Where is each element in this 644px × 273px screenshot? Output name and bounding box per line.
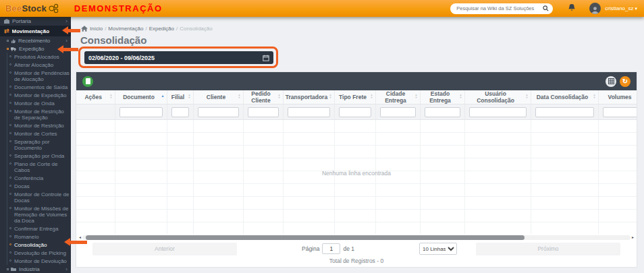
scrollbar-track[interactable] (82, 235, 630, 240)
filter-input[interactable] (380, 107, 416, 117)
table-cell (167, 158, 193, 171)
sidebar-item[interactable]: Separação por Onda (7, 152, 71, 160)
sidebar-item[interactable]: Conferência (7, 174, 71, 182)
sidebar-item[interactable]: Monitor de Restrição (7, 121, 71, 129)
filter-input[interactable] (425, 107, 460, 117)
column-header[interactable]: Estado Entrega (420, 90, 464, 104)
table-cell (167, 133, 193, 146)
scroll-left-icon[interactable] (78, 234, 82, 241)
table-cell (531, 210, 598, 222)
sort-icon[interactable] (593, 94, 596, 99)
sidebar-item[interactable]: Romaneio (7, 233, 71, 241)
sidebar-item[interactable]: Monitor de Restrição de Separação (7, 107, 71, 121)
breadcrumb-link[interactable]: Movimentação (108, 26, 143, 32)
column-header[interactable]: Cidade Entrega (375, 90, 420, 104)
horizontal-scrollbar[interactable] (76, 234, 637, 241)
column-header[interactable]: Filial (167, 90, 193, 104)
sidebar-item[interactable]: Monitor de Controle de Docas (7, 190, 71, 204)
filter-input[interactable] (288, 107, 330, 117)
filter-cell (115, 104, 167, 120)
breadcrumb-link[interactable]: Início (90, 26, 103, 32)
sidebar-item[interactable]: Plano de Corte de Cabos (7, 160, 71, 174)
sidebar-item[interactable]: Separação por Documento (7, 138, 71, 152)
previous-button[interactable]: Anterior (92, 243, 237, 255)
filter-cell (283, 104, 334, 120)
sidebar-item[interactable]: Devolução de Picking (7, 249, 71, 257)
sidebar-item-consolidacao[interactable]: Consolidação (7, 241, 71, 249)
column-header[interactable]: Ações (76, 90, 115, 104)
filter-cell (76, 104, 115, 120)
refresh-button[interactable] (620, 76, 630, 87)
filter-input[interactable] (603, 107, 637, 117)
sidebar-item-expedicao[interactable]: Expedição (0, 44, 71, 53)
sidebar-item[interactable]: Docas (7, 182, 71, 190)
sidebar-item-recebimento[interactable]: Recebimento (0, 36, 71, 44)
sort-asc-icon[interactable] (161, 94, 165, 97)
sort-icon[interactable] (371, 94, 373, 99)
table-cell (598, 120, 637, 133)
sidebar-item[interactable]: Monitor de Onda (7, 99, 71, 107)
wiki-search[interactable] (450, 3, 553, 14)
scroll-right-icon[interactable] (630, 234, 635, 241)
filter-input[interactable] (198, 107, 239, 117)
sidebar-item[interactable]: Monitor de Missões de Remoção de Volumes… (7, 204, 71, 224)
sidebar-item-portaria[interactable]: Portaria (0, 17, 71, 26)
column-header[interactable]: Data Consolidação (531, 90, 598, 104)
bullet-icon (9, 227, 11, 229)
scrollbar-thumb[interactable] (86, 235, 525, 240)
sidebar-item[interactable]: Monitor de Expedição (7, 91, 71, 99)
column-header[interactable]: Transportadora (283, 90, 334, 104)
sort-icon[interactable] (110, 94, 113, 99)
calendar-icon[interactable] (263, 55, 269, 61)
column-header[interactable]: Documento (115, 90, 167, 104)
rows-per-page-select[interactable]: 10 Linhas (419, 243, 457, 255)
filter-input[interactable] (171, 107, 189, 117)
column-chooser-button[interactable] (606, 76, 616, 87)
column-header[interactable]: Volumes (598, 90, 637, 104)
breadcrumb: Início / Movimentação / Expedição / Cons… (81, 26, 213, 32)
date-range-field[interactable] (84, 51, 273, 64)
sort-icon[interactable] (188, 94, 191, 99)
table-cell (167, 146, 193, 158)
date-range-input[interactable] (88, 55, 263, 61)
sort-icon[interactable] (526, 94, 529, 99)
filter-input[interactable] (535, 107, 594, 117)
sort-icon[interactable] (329, 94, 332, 99)
column-header[interactable]: Tipo Frete (334, 90, 375, 104)
bullet-icon (9, 193, 11, 195)
breadcrumb-link[interactable]: Expedição (149, 26, 174, 32)
search-input[interactable] (456, 5, 543, 11)
sidebar-item[interactable]: Confirmar Entrega (7, 224, 71, 233)
page-input[interactable] (322, 243, 340, 254)
filter-input[interactable] (248, 107, 279, 117)
sort-icon[interactable] (415, 94, 418, 99)
column-header[interactable]: Usuário Consolidação (464, 90, 531, 104)
filter-cell (243, 104, 283, 120)
gate-icon (4, 19, 9, 24)
sidebar-item[interactable]: Monitor de Devolução (7, 257, 71, 265)
sort-icon[interactable] (238, 94, 241, 99)
column-header[interactable]: Cliente (193, 90, 243, 104)
sidebar-item-industria[interactable]: Indústria (0, 265, 71, 273)
sidebar-item[interactable]: Monitor de Cortes (7, 129, 71, 138)
sidebar-item[interactable]: Produtos Alocados (7, 53, 71, 61)
next-button[interactable]: Próximo (476, 243, 620, 255)
avatar[interactable] (589, 3, 601, 14)
filter-input[interactable] (469, 107, 527, 117)
filter-input[interactable] (119, 107, 163, 117)
sidebar-item[interactable]: Documentos de Saída (7, 83, 71, 91)
sidebar-item[interactable]: Alterar Alocação (7, 61, 71, 69)
notifications-button[interactable] (568, 3, 576, 15)
column-header[interactable]: Pedido Cliente (243, 90, 283, 104)
username[interactable]: cristiano_sz (605, 5, 633, 11)
sort-icon[interactable] (460, 94, 462, 99)
table-row (76, 120, 637, 133)
table-cell (420, 133, 464, 146)
table-cell (115, 158, 167, 171)
excel-export-button[interactable] (82, 76, 93, 87)
sidebar-item[interactable]: Monitor de Pendências de Alocação (7, 69, 71, 83)
filter-input[interactable] (339, 107, 371, 117)
logo-text-bee: Bee (5, 3, 22, 13)
sidebar-item-movimentacao[interactable]: Movimentação (0, 26, 71, 36)
sort-icon[interactable] (278, 94, 281, 99)
